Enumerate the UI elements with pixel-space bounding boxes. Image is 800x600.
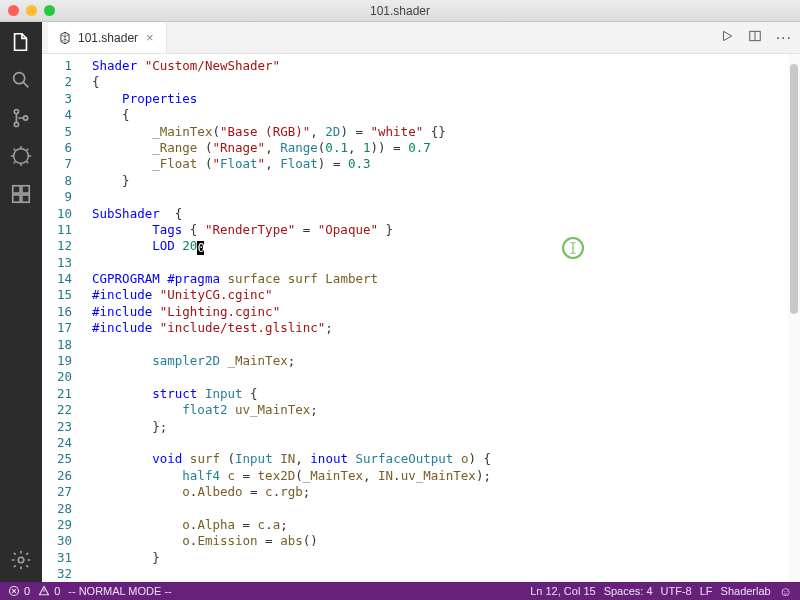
status-bar: 0 0 -- NORMAL MODE -- Ln 12, Col 15 Spac… [0,582,800,600]
run-icon[interactable] [718,27,736,48]
search-icon[interactable] [9,68,33,92]
source-control-icon[interactable] [9,106,33,130]
tab-bar: 101.shader × ··· [42,22,800,54]
files-icon[interactable] [9,30,33,54]
debug-icon[interactable] [9,144,33,168]
activity-bar [0,22,42,582]
svg-rect-5 [13,186,20,193]
status-position[interactable]: Ln 12, Col 15 [530,585,595,597]
svg-point-3 [23,116,27,120]
svg-point-4 [14,149,29,164]
gear-icon[interactable] [9,548,33,572]
close-icon[interactable]: × [144,30,156,45]
more-icon[interactable]: ··· [774,27,794,49]
status-errors[interactable]: 0 [8,585,30,597]
line-gutter: 1234567891011121314151617181920212223242… [42,54,86,582]
editor[interactable]: 1234567891011121314151617181920212223242… [42,54,800,582]
status-language[interactable]: Shaderlab [721,585,771,597]
unity-file-icon [58,31,72,45]
status-spaces[interactable]: Spaces: 4 [604,585,653,597]
svg-rect-7 [13,195,20,202]
svg-point-9 [18,557,24,563]
status-feedback-icon[interactable]: ☺ [779,584,792,599]
vertical-scrollbar[interactable] [788,54,800,582]
window-close-button[interactable] [8,5,19,16]
tab-filename: 101.shader [78,31,138,45]
scrollbar-thumb[interactable] [790,64,798,314]
text-cursor-indicator [562,237,584,259]
status-encoding[interactable]: UTF-8 [661,585,692,597]
code-content[interactable]: Shader "Custom/NewShader"{ Properties { … [86,54,800,582]
window-title: 101.shader [0,4,800,18]
status-mode: -- NORMAL MODE -- [68,585,171,597]
svg-point-2 [14,122,18,126]
window-minimize-button[interactable] [26,5,37,16]
tab-file[interactable]: 101.shader × [48,23,167,53]
svg-point-0 [14,73,25,84]
svg-rect-6 [22,186,29,193]
title-bar: 101.shader [0,0,800,22]
svg-rect-8 [22,195,29,202]
svg-point-1 [14,109,18,113]
split-editor-icon[interactable] [746,27,764,48]
status-warnings[interactable]: 0 [38,585,60,597]
extensions-icon[interactable] [9,182,33,206]
status-eol[interactable]: LF [700,585,713,597]
window-zoom-button[interactable] [44,5,55,16]
